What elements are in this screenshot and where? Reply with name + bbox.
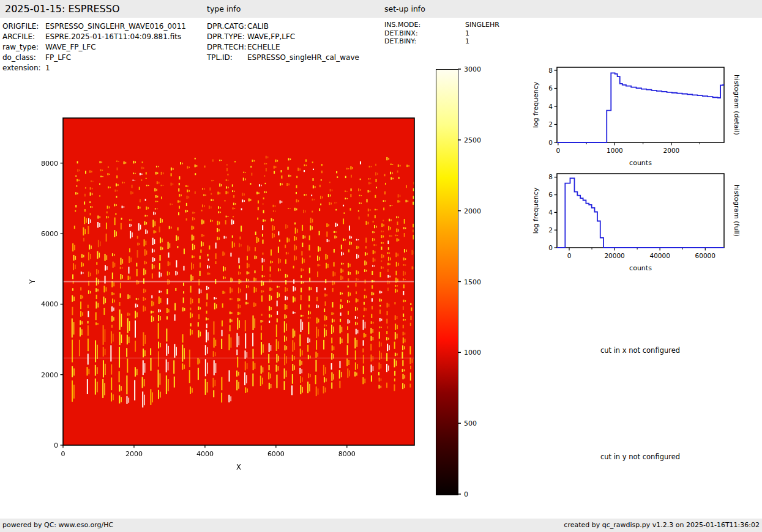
info-value: SINGLEHR <box>465 21 499 29</box>
info-value: 1 <box>465 29 469 37</box>
type-info-heading: type info <box>207 4 241 13</box>
info-label: ORIGFILE: <box>2 22 39 31</box>
info-label: ARCFILE: <box>2 32 35 41</box>
info-value: CALIB <box>247 22 269 31</box>
info-label: TPL.ID: <box>207 53 233 62</box>
svg-text:0: 0 <box>556 147 561 154</box>
svg-text:2500: 2500 <box>464 136 481 144</box>
info-row: DPR.CATG:CALIB <box>207 22 384 32</box>
cut-in-x-message: cut in x not configured <box>600 346 680 355</box>
svg-text:6000: 6000 <box>41 230 58 238</box>
svg-text:60000: 60000 <box>695 252 715 259</box>
svg-text:0: 0 <box>464 490 468 498</box>
page-title: 2025-01-15: ESPRESSO <box>5 3 120 15</box>
info-label: INS.MODE: <box>384 21 420 29</box>
info-label: DPR.TECH: <box>207 43 247 51</box>
file-info-block: ORIGFILE:ESPRESSO_SINGLEHR_WAVE016_0011A… <box>2 22 204 73</box>
info-value: 1 <box>45 64 50 72</box>
svg-text:Y: Y <box>28 279 37 284</box>
cut-in-y-message: cut in y not configured <box>600 453 680 461</box>
svg-text:8000: 8000 <box>338 450 356 458</box>
svg-text:X: X <box>236 463 241 471</box>
info-value: 1 <box>465 37 469 45</box>
svg-text:0: 0 <box>54 441 58 449</box>
info-row: DET.BINY:1 <box>384 37 531 46</box>
info-value: ECHELLE <box>247 43 280 51</box>
info-row: DPR.TECH:ECHELLE <box>207 43 384 53</box>
svg-text:6000: 6000 <box>267 450 285 458</box>
svg-text:3000: 3000 <box>464 65 481 73</box>
svg-text:0: 0 <box>61 450 65 458</box>
svg-text:0: 0 <box>548 244 553 251</box>
svg-text:0: 0 <box>548 139 553 146</box>
svg-text:2000: 2000 <box>125 450 143 458</box>
info-label: extension: <box>2 64 41 72</box>
histogram-detail-plot: 01000200002468countslog frequencyhistogr… <box>530 60 758 168</box>
svg-text:4: 4 <box>548 103 553 110</box>
type-info-block: DPR.CATG:CALIBDPR.TYPE:WAVE,FP,LFCDPR.TE… <box>207 22 384 64</box>
svg-text:20000: 20000 <box>604 252 624 259</box>
info-row: ARCFILE:ESPRE.2025-01-16T11:04:09.881.fi… <box>2 32 204 43</box>
info-row: DPR.TYPE:WAVE,FP,LFC <box>207 32 384 43</box>
info-value: FP_LFC <box>45 53 71 62</box>
svg-text:0: 0 <box>567 252 572 259</box>
setup-info-heading: set-up info <box>384 4 425 13</box>
info-value: ESPRESSO_SINGLEHR_WAVE016_0011 <box>45 22 186 31</box>
svg-text:log frequency: log frequency <box>532 81 540 128</box>
info-label: DPR.TYPE: <box>207 32 245 41</box>
info-label: DET.BINY: <box>384 37 416 45</box>
info-row: ORIGFILE:ESPRESSO_SINGLEHR_WAVE016_0011 <box>2 22 204 32</box>
info-value: WAVE_FP_LFC <box>45 43 96 51</box>
info-row: TPL.ID:ESPRESSO_singleHR_cal_wave <box>207 53 384 64</box>
info-value: WAVE,FP,LFC <box>247 32 295 41</box>
svg-text:histogram (detail): histogram (detail) <box>733 75 741 135</box>
svg-text:2000: 2000 <box>663 147 680 154</box>
svg-text:2000: 2000 <box>41 371 58 379</box>
info-row: INS.MODE:SINGLEHR <box>384 21 531 29</box>
svg-text:4: 4 <box>548 209 553 216</box>
qc-report-page: 2025-01-15: ESPRESSO type info set-up in… <box>0 0 762 532</box>
svg-text:2000: 2000 <box>464 207 481 215</box>
info-row: do_class:FP_LFC <box>2 53 204 64</box>
footer-credit-left: powered by QC: www.eso.org/HC <box>2 519 113 532</box>
svg-text:500: 500 <box>464 419 477 427</box>
header-strip: 2025-01-15: ESPRESSO type info set-up in… <box>0 0 762 18</box>
setup-info-block: INS.MODE:SINGLEHRDET.BINX:1DET.BINY:1 <box>384 21 531 46</box>
colorbar: 050010001500200025003000 <box>428 61 514 508</box>
svg-text:40000: 40000 <box>649 252 670 259</box>
svg-text:6: 6 <box>548 84 553 92</box>
svg-text:log frequency: log frequency <box>532 187 540 234</box>
info-label: do_class: <box>2 53 36 62</box>
info-label: DPR.CATG: <box>207 22 247 31</box>
svg-text:1000: 1000 <box>607 147 623 154</box>
svg-text:4000: 4000 <box>196 450 214 458</box>
svg-text:2: 2 <box>548 226 553 234</box>
info-label: raw_type: <box>2 43 39 51</box>
info-value: ESPRE.2025-01-16T11:04:09.881.fits <box>45 32 181 41</box>
svg-text:1500: 1500 <box>464 278 481 286</box>
info-row: raw_type:WAVE_FP_LFC <box>2 43 204 53</box>
footer-strip: powered by QC: www.eso.org/HC created by… <box>0 519 762 532</box>
svg-text:1000: 1000 <box>464 349 481 357</box>
svg-text:histogram (full): histogram (full) <box>733 185 741 237</box>
svg-text:8: 8 <box>548 67 553 74</box>
info-row: DET.BINX:1 <box>384 29 531 38</box>
svg-text:6: 6 <box>548 191 553 198</box>
info-row: extension:1 <box>2 64 204 74</box>
svg-text:2: 2 <box>548 120 553 128</box>
svg-text:4000: 4000 <box>41 300 58 308</box>
info-value: ESPRESSO_singleHR_cal_wave <box>247 53 359 62</box>
histogram-full-plot: 020000400006000002468countslog frequency… <box>530 166 758 274</box>
svg-text:8: 8 <box>548 173 553 180</box>
svg-text:8000: 8000 <box>41 160 58 168</box>
svg-text:counts: counts <box>629 264 652 272</box>
raw-frame-plot: 0200040006000800002000400060008000XY <box>24 98 428 480</box>
footer-credit-right: created by qc_rawdisp.py v1.2.3 on 2025-… <box>564 519 760 532</box>
info-label: DET.BINX: <box>384 29 418 37</box>
